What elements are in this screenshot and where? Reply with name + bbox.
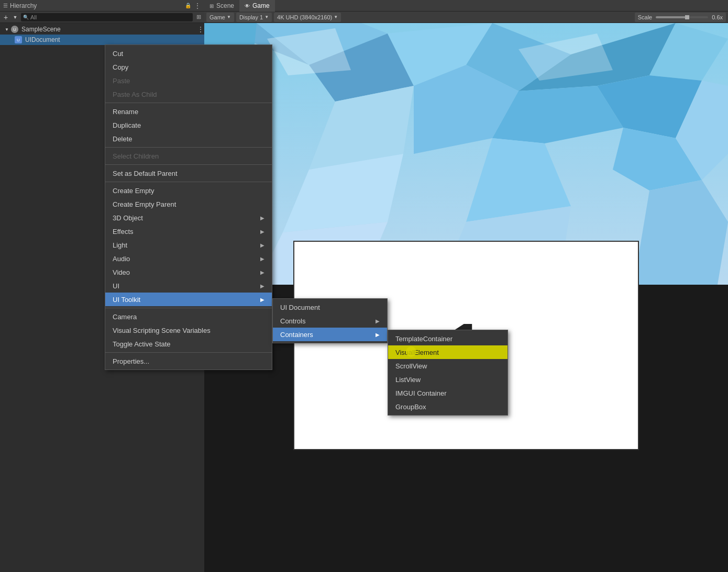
- scale-value: 0.6x: [712, 14, 723, 20]
- menu-item-template-container[interactable]: TemplateContainer: [388, 332, 508, 345]
- hierarchy-header-icons: 🔒 ⋮: [184, 2, 201, 9]
- uidocument-icon: U: [15, 36, 22, 43]
- menu-item-3d-object[interactable]: 3D Object ▶: [105, 211, 272, 225]
- search-label[interactable]: All: [30, 14, 37, 20]
- menu-item-ui-toolkit[interactable]: UI Toolkit ▶: [105, 293, 272, 306]
- submenu-arrow-video: ▶: [260, 270, 264, 275]
- uidocument-label: UIDocument: [25, 36, 60, 43]
- separator-2: [105, 147, 272, 148]
- menu-item-set-default-parent[interactable]: Set as Default Parent: [105, 166, 272, 180]
- game-display-btn[interactable]: Game ▼: [206, 13, 234, 22]
- game-label: Game: [209, 14, 225, 20]
- display1-label: Display 1: [239, 14, 263, 20]
- menu-item-group-box[interactable]: GroupBox: [388, 400, 508, 413]
- game-chevron-icon: ▼: [227, 15, 231, 19]
- lock-icon[interactable]: 🔒: [184, 2, 192, 9]
- resolution-btn[interactable]: 4K UHD (3840x2160) ▼: [274, 13, 341, 22]
- menu-item-containers[interactable]: Containers ▶: [273, 328, 387, 341]
- menu-item-controls[interactable]: Controls ▶: [273, 314, 387, 328]
- game-toolbar: Game ▼ Display 1 ▼ 4K UHD (3840x2160) ▼ …: [204, 12, 728, 23]
- scale-control[interactable]: Scale 0.6x: [635, 13, 726, 22]
- scene-options-icon[interactable]: ⋮: [197, 26, 204, 33]
- submenu-arrow-uitoolkit: ▶: [260, 297, 264, 302]
- menu-item-cut[interactable]: Cut: [105, 47, 272, 60]
- menu-item-list-view[interactable]: ListView: [388, 373, 508, 386]
- menu-item-ui-document[interactable]: UI Document: [273, 300, 387, 314]
- menu-item-imgui-container[interactable]: IMGUI Container: [388, 386, 508, 400]
- menu-item-copy[interactable]: Copy: [105, 60, 272, 74]
- game-view: ⊞ Scene 👁 Game Game ▼ Display 1 ▼ 4K UHD…: [204, 0, 728, 572]
- cursor-indicator: [406, 346, 416, 357]
- hierarchy-toolbar: + ▼ 🔍 All ⊞: [0, 12, 204, 23]
- context-menu-l1: Cut Copy Paste Paste As Child Rename Dup…: [105, 44, 272, 370]
- controls-arrow-icon: ▶: [376, 318, 380, 324]
- scene-tab-label: Scene: [216, 2, 234, 9]
- resolution-label: 4K UHD (3840x2160): [277, 14, 332, 20]
- submenu-arrow-ui: ▶: [260, 283, 264, 289]
- menu-item-video[interactable]: Video ▶: [105, 265, 272, 279]
- game-area: 1: [204, 23, 728, 572]
- game-tab-label: Game: [252, 2, 270, 9]
- menu-item-create-empty-parent[interactable]: Create Empty Parent: [105, 197, 272, 211]
- scale-label: Scale: [638, 14, 653, 20]
- submenu-arrow-3d: ▶: [260, 215, 264, 221]
- context-menu-l3: TemplateContainer VisualElement ScrollVi…: [388, 330, 508, 416]
- scene-name-label: SampleScene: [21, 26, 61, 33]
- more-options-icon[interactable]: ⋮: [194, 2, 201, 9]
- tab-scene[interactable]: ⊞ Scene: [204, 0, 239, 12]
- containers-arrow-icon: ▶: [376, 332, 380, 338]
- menu-item-light[interactable]: Light ▶: [105, 238, 272, 252]
- scene-item-samplescene[interactable]: ▼ U SampleScene ⋮: [0, 24, 204, 35]
- display1-btn[interactable]: Display 1 ▼: [236, 13, 272, 22]
- view-tabs: ⊞ Scene 👁 Game: [204, 0, 728, 12]
- menu-item-paste-as-child[interactable]: Paste As Child: [105, 87, 272, 101]
- menu-item-ui[interactable]: UI ▶: [105, 279, 272, 293]
- menu-item-create-empty[interactable]: Create Empty: [105, 184, 272, 197]
- scene-item-uidocument[interactable]: U UIDocument: [0, 35, 204, 45]
- submenu-arrow-light: ▶: [260, 242, 264, 248]
- menu-item-toggle-active[interactable]: Toggle Active State: [105, 337, 272, 351]
- submenu-arrow-effects: ▶: [260, 229, 264, 234]
- menu-item-scroll-view[interactable]: ScrollView: [388, 359, 508, 373]
- display1-chevron-icon: ▼: [264, 15, 269, 19]
- unity-logo-icon: U: [11, 26, 18, 33]
- add-arrow-icon[interactable]: ▼: [12, 14, 19, 21]
- menu-item-properties[interactable]: Properties...: [105, 354, 272, 368]
- resolution-chevron-icon: ▼: [334, 15, 338, 19]
- context-menu-l2: UI Document Controls ▶ Containers ▶: [272, 298, 388, 343]
- submenu-arrow-audio: ▶: [260, 256, 264, 262]
- search-box: 🔍 All: [21, 13, 193, 21]
- hierarchy-header: ☰ Hierarchy 🔒 ⋮: [0, 0, 204, 12]
- menu-item-effects[interactable]: Effects ▶: [105, 225, 272, 238]
- separator-4: [105, 182, 272, 182]
- search-icon: 🔍: [23, 15, 29, 20]
- tab-game[interactable]: 👁 Game: [239, 0, 275, 12]
- menu-item-audio[interactable]: Audio ▶: [105, 252, 272, 265]
- expand-arrow: ▼: [4, 27, 9, 32]
- menu-item-visual-scripting[interactable]: Visual Scripting Scene Variables: [105, 323, 272, 337]
- separator-1: [105, 103, 272, 103]
- scale-slider[interactable]: [656, 16, 708, 18]
- add-icon[interactable]: +: [2, 14, 9, 21]
- separator-3: [105, 164, 272, 165]
- menu-item-select-children[interactable]: Select Children: [105, 149, 272, 163]
- menu-item-paste[interactable]: Paste: [105, 74, 272, 87]
- separator-6: [105, 352, 272, 353]
- menu-item-camera[interactable]: Camera: [105, 310, 272, 323]
- menu-item-delete[interactable]: Delete: [105, 132, 272, 145]
- hierarchy-title: Hierarchy: [10, 2, 182, 9]
- separator-5: [105, 308, 272, 308]
- filter-icon[interactable]: ⊞: [195, 14, 202, 21]
- menu-item-duplicate[interactable]: Duplicate: [105, 118, 272, 132]
- hierarchy-menu-icon: ☰: [3, 3, 8, 8]
- menu-item-rename[interactable]: Rename: [105, 105, 272, 118]
